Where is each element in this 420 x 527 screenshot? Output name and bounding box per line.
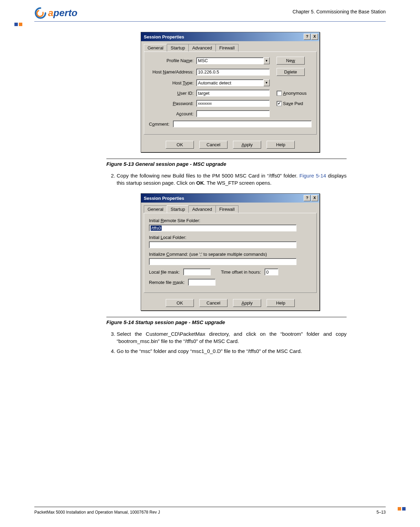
label-initial-remote: Initial Remote Site Folder: bbox=[149, 218, 312, 223]
label-time-offset: Time offset in hours: bbox=[221, 270, 261, 275]
tab-general[interactable]: General bbox=[144, 44, 167, 51]
tab-firewall[interactable]: Firewall bbox=[215, 44, 238, 51]
session-properties-dialog-general: Session Properties ? X General Startup A… bbox=[141, 32, 320, 152]
new-button[interactable]: New bbox=[277, 57, 305, 65]
apply-button[interactable]: Apply bbox=[233, 299, 261, 307]
save-pwd-checkbox[interactable]: ✔ bbox=[277, 101, 282, 106]
dialog-title: Session Properties bbox=[144, 34, 184, 39]
page-number: 5–13 bbox=[376, 510, 386, 515]
dialog-title: Session Properties bbox=[144, 196, 184, 201]
tab-firewall[interactable]: Firewall bbox=[215, 205, 238, 213]
help-button[interactable]: Help bbox=[267, 141, 295, 149]
label-initial-local: Initial Local Folder: bbox=[149, 235, 312, 240]
tab-startup[interactable]: Startup bbox=[167, 205, 189, 213]
figure-5-14-caption: Figure 5-14 Startup session page - MSC u… bbox=[106, 319, 347, 325]
tabstrip: General Startup Advanced Firewall bbox=[141, 41, 319, 51]
ok-button[interactable]: OK bbox=[166, 299, 194, 307]
host-name-input[interactable] bbox=[196, 69, 270, 76]
label-remote-file-mask: Remote file mask: bbox=[149, 280, 185, 285]
figure-rule bbox=[106, 159, 347, 159]
label-local-file-mask: Local file mask: bbox=[149, 270, 180, 275]
logo-text: aapertoperto bbox=[48, 8, 78, 19]
figure-5-13-caption: Figure 5-13 General session page - MSC u… bbox=[106, 161, 347, 167]
label-host-type: Host Type: bbox=[149, 80, 196, 85]
local-folder-input[interactable] bbox=[149, 241, 296, 248]
tab-startup[interactable]: Startup bbox=[167, 44, 189, 51]
ok-button[interactable]: OK bbox=[166, 141, 194, 149]
label-user-id: User ID: bbox=[149, 91, 196, 96]
figure-rule bbox=[106, 317, 347, 317]
figure-5-14-link[interactable]: Figure 5-14 bbox=[299, 173, 326, 179]
init-command-input[interactable] bbox=[149, 258, 296, 265]
password-input[interactable] bbox=[196, 100, 270, 107]
close-icon[interactable]: X bbox=[311, 34, 318, 40]
cancel-button[interactable]: Cancel bbox=[199, 141, 228, 149]
session-properties-dialog-startup: Session Properties ? X General Startup A… bbox=[141, 193, 320, 311]
footer-markers bbox=[397, 506, 406, 512]
logo: aapertoperto bbox=[34, 7, 78, 19]
delete-button[interactable]: Delete bbox=[277, 68, 305, 76]
footer-left: PacketMax 5000 Installation and Operatio… bbox=[34, 510, 160, 515]
cancel-button[interactable]: Cancel bbox=[199, 299, 228, 307]
user-id-input[interactable] bbox=[196, 90, 270, 96]
remote-folder-input[interactable]: /tffs0 bbox=[149, 225, 296, 231]
label-account: Account: bbox=[149, 111, 196, 116]
save-pwd-label: Save Pwd bbox=[283, 101, 303, 106]
close-icon[interactable]: X bbox=[311, 195, 318, 201]
step-4: Go to the “msc” folder and copy “msc1_0_… bbox=[117, 347, 347, 355]
header-rule bbox=[34, 21, 386, 22]
header-markers bbox=[14, 21, 23, 27]
label-initialize-command: Initialize Command: (use ';' to separate… bbox=[149, 252, 312, 257]
time-offset-input[interactable] bbox=[265, 268, 278, 275]
tabstrip: General Startup Advanced Firewall bbox=[141, 203, 319, 213]
profile-name-input[interactable] bbox=[196, 57, 264, 64]
footer-rule bbox=[34, 507, 386, 507]
tab-panel-general: Profile Name: ▼ New Host Name/Address: D… bbox=[144, 51, 317, 135]
help-icon[interactable]: ? bbox=[304, 34, 311, 40]
help-button[interactable]: Help bbox=[267, 299, 295, 307]
account-input[interactable] bbox=[196, 110, 270, 117]
label-profile-name: Profile Name: bbox=[149, 58, 196, 63]
label-password: Password: bbox=[149, 101, 196, 106]
chapter-title: Chapter 5. Commissioning the Base Statio… bbox=[292, 9, 386, 14]
logo-swirl-icon bbox=[34, 7, 47, 19]
chevron-down-icon[interactable]: ▼ bbox=[264, 57, 270, 64]
apply-button[interactable]: Apply bbox=[233, 141, 261, 149]
titlebar: Session Properties ? X bbox=[141, 194, 319, 203]
tab-general[interactable]: General bbox=[144, 205, 167, 213]
step-2: Copy the following new Build files to th… bbox=[117, 172, 347, 186]
label-host-name: Host Name/Address: bbox=[149, 69, 196, 75]
local-file-mask-input[interactable] bbox=[183, 268, 211, 275]
tab-panel-startup: Initial Remote Site Folder: /tffs0 Initi… bbox=[144, 213, 317, 293]
label-comment: Comment: bbox=[149, 122, 173, 127]
anonymous-checkbox[interactable] bbox=[277, 91, 282, 96]
tab-advanced[interactable]: Advanced bbox=[188, 44, 216, 51]
anonymous-label: Anonymous bbox=[283, 91, 307, 96]
remote-file-mask-input[interactable] bbox=[188, 279, 215, 286]
chevron-down-icon[interactable]: ▼ bbox=[264, 79, 270, 86]
tab-advanced[interactable]: Advanced bbox=[188, 205, 216, 213]
step-3: Select the Customer_CD\PacketMax directo… bbox=[117, 330, 347, 345]
host-type-input[interactable] bbox=[196, 79, 264, 86]
titlebar: Session Properties ? X bbox=[141, 32, 319, 41]
help-icon[interactable]: ? bbox=[304, 195, 311, 201]
comment-input[interactable] bbox=[173, 121, 312, 127]
